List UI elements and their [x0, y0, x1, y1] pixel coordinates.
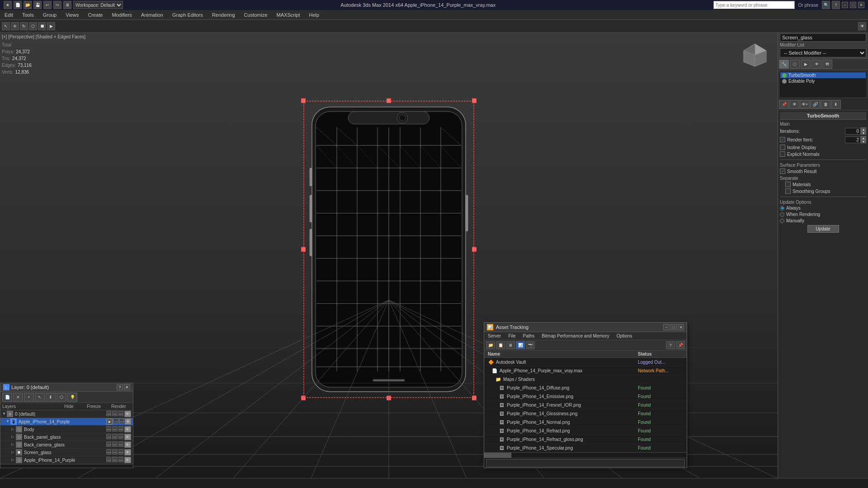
layer-row-backpanel[interactable]: ▷ ⬡ Back_panel_glass — — — 👁 — [0, 433, 133, 441]
handle-tm[interactable] — [387, 99, 391, 103]
at-row-normal[interactable]: 🖼 Purple_iPhone_14_Normal.png Found — [484, 418, 687, 427]
layer-r-backpanel[interactable]: — — [118, 434, 123, 439]
ts-render-iters-down[interactable]: ▼ — [861, 140, 866, 143]
layer-h-backcam[interactable]: — — [106, 441, 111, 447]
ts-materials-check[interactable] — [785, 182, 791, 187]
layer-r-appleiphone[interactable]: — — [118, 457, 123, 462]
menu-item-create[interactable]: Create — [83, 11, 107, 19]
stack-collapse-btn[interactable]: ⬇ — [831, 100, 841, 109]
ts-update-button[interactable]: Update — [807, 225, 839, 233]
ts-isoline-check[interactable] — [780, 145, 785, 150]
handle-tl[interactable] — [301, 99, 306, 103]
at-tool-4[interactable]: 📊 — [516, 341, 525, 349]
stack-show-result-btn[interactable]: 👁+ — [800, 100, 810, 109]
at-row-diffuse[interactable]: 🖼 Purple_iPhone_14_Diffuse.png Found — [484, 384, 687, 392]
layer-row-backcam[interactable]: ▷ ⬡ Back_camera_glass — — — 👁 — [0, 441, 133, 449]
minimize-button[interactable]: − — [842, 2, 848, 8]
modifier-item-turbosmooth[interactable]: TurboSmooth — [780, 72, 866, 78]
layer-render-check-0[interactable]: — — [118, 411, 123, 416]
ts-explicit-check[interactable] — [780, 151, 785, 157]
save-btn[interactable]: 💾 — [33, 1, 42, 9]
at-help-btn[interactable]: ? — [666, 341, 675, 349]
stack-remove-btn[interactable]: 🗑 — [821, 100, 830, 109]
panel-tab-modify[interactable]: 🔧 — [779, 60, 789, 69]
panel-tab-display[interactable]: 👁 — [811, 60, 821, 69]
ts-render-iters-check[interactable]: ✓ — [780, 137, 785, 142]
snap-icon[interactable]: 🔲 — [38, 22, 46, 30]
modifier-list-dropdown[interactable]: -- Select Modifier -- — [780, 48, 866, 57]
nav-cube[interactable] — [741, 42, 769, 69]
menu-item-modifiers[interactable]: Modifiers — [107, 11, 137, 19]
layer-color-1[interactable]: ■ — [106, 418, 113, 425]
workspace-dropdown[interactable]: Workspace: Default — [73, 1, 123, 9]
modifier-item-edpoly[interactable]: Editable Poly — [780, 78, 866, 84]
layer-row-body[interactable]: ▷ ⬡ Body — — — 👁 — [0, 426, 133, 433]
handle-ml[interactable] — [301, 247, 306, 252]
at-pin-btn[interactable]: 📌 — [676, 341, 685, 349]
at-menu-options[interactable]: Options — [613, 333, 636, 339]
at-row-emissive[interactable]: 🖼 Purple_iPhone_14_Emissive.png Found — [484, 392, 687, 401]
at-row-vault[interactable]: 🔶 Autodesk Vault Logged Out... — [484, 358, 687, 366]
search-input[interactable] — [713, 1, 795, 9]
viewport-area[interactable]: [+] [Perspective] [Shaded + Edged Faces]… — [0, 33, 778, 478]
at-tool-1[interactable]: 📁 — [486, 341, 495, 349]
render-icon[interactable]: 🖥 — [63, 1, 71, 9]
layer-f-backcam[interactable]: — — [112, 441, 117, 447]
layers-close-btn[interactable]: ✕ — [124, 384, 130, 390]
layers-obj-btn[interactable]: ⬡ — [57, 393, 66, 402]
at-min-btn[interactable]: − — [663, 324, 670, 330]
layer-r-body[interactable]: — — [118, 426, 123, 432]
menu-item-customize[interactable]: Customize — [240, 11, 272, 19]
layer-render-check-1[interactable]: — — [119, 418, 124, 424]
layer-hide-check-0[interactable]: — — [106, 411, 111, 416]
layer-v-backpanel[interactable]: 👁 — [124, 434, 131, 440]
layers-select-btn[interactable]: ↖ — [35, 393, 45, 402]
layer-vis-1[interactable]: 👁 — [125, 418, 131, 425]
render-btn[interactable]: ▶ — [47, 22, 55, 30]
menu-item-views[interactable]: Views — [61, 11, 83, 19]
layers-scrollbar[interactable] — [0, 464, 133, 468]
layers-delete-btn[interactable]: ✕ — [13, 393, 23, 402]
menu-item-graph-editors[interactable]: Graph Editors — [168, 11, 208, 19]
layer-f-body[interactable]: — — [112, 426, 117, 432]
at-row-maxfile[interactable]: 📄 Apple_iPhone_14_Purple_max_vray.max Ne… — [484, 366, 687, 375]
ts-smooth-result-check[interactable]: ✓ — [780, 169, 785, 174]
search-icon[interactable]: 🔍 — [822, 1, 830, 9]
layer-expand-backpanel[interactable]: ▷ — [11, 435, 16, 439]
close-button[interactable]: ✕ — [858, 2, 864, 8]
ts-manually-radio[interactable] — [780, 219, 784, 223]
layer-r-screenglass[interactable]: — — [118, 449, 123, 455]
layer-h-body[interactable]: — — [106, 426, 111, 432]
layers-light-btn[interactable]: 💡 — [67, 393, 77, 402]
menu-item-group[interactable]: Group — [38, 11, 61, 19]
panel-tab-motion[interactable]: ▶ — [801, 60, 811, 69]
layer-freeze-check-1[interactable]: — — [113, 418, 118, 424]
help-icon[interactable]: ? — [832, 1, 840, 9]
layer-expand-screenglass[interactable]: ▷ — [11, 450, 16, 455]
layer-f-appleiphone[interactable]: — — [112, 457, 117, 462]
layers-help-btn[interactable]: ? — [117, 384, 123, 390]
at-scrollbar[interactable] — [484, 452, 687, 458]
undo-btn[interactable]: ↩ — [43, 1, 52, 9]
menu-item-rendering[interactable]: Rendering — [208, 11, 240, 19]
layer-v-screenglass[interactable]: 👁 — [124, 449, 131, 455]
modifier-name-input[interactable] — [780, 33, 866, 42]
stack-make-unique-btn[interactable]: 🔗 — [810, 100, 820, 109]
layer-row-iphone[interactable]: ▼ 📱 Apple_iPhone_14_Purple ■ — — 👁 — [0, 418, 133, 426]
layer-h-backpanel[interactable]: — — [106, 434, 111, 439]
layer-expand-body[interactable]: ▷ — [11, 427, 16, 432]
ts-iterations-input[interactable] — [845, 128, 861, 135]
at-search-input[interactable] — [486, 459, 685, 467]
rotate-icon[interactable]: ↻ — [20, 22, 28, 30]
layer-h-appleiphone[interactable]: — — [106, 457, 111, 462]
layers-new-btn[interactable]: 📄 — [2, 393, 12, 402]
layer-r-backcam[interactable]: — — [118, 441, 123, 447]
ts-render-iters-up[interactable]: ▲ — [861, 136, 866, 140]
at-menu-server[interactable]: Server — [484, 333, 505, 339]
at-row-maps[interactable]: 📁 Maps / Shaders — [484, 375, 687, 384]
ts-always-radio[interactable] — [780, 206, 784, 211]
layers-merge-btn[interactable]: ⬇ — [46, 393, 56, 402]
layer-row-default[interactable]: ▼ 0 0 (default) — — — 👁 — [0, 410, 133, 418]
ts-smoothing-groups-check[interactable] — [785, 188, 791, 194]
layer-v-body[interactable]: 👁 — [124, 426, 131, 432]
